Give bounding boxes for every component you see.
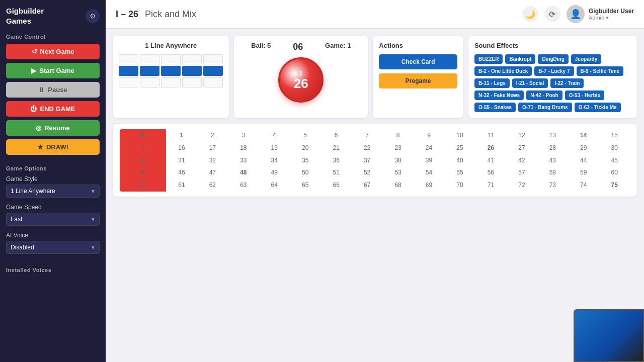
ball-number: 26 bbox=[294, 77, 308, 90]
bingo-cell bbox=[182, 54, 202, 64]
board-number: 22 bbox=[352, 142, 382, 154]
installed-voices-section: Installed Voices bbox=[6, 267, 100, 277]
bingo-cell bbox=[161, 66, 181, 76]
board-number: 18 bbox=[228, 142, 259, 154]
next-game-button[interactable]: ↺ Next Game bbox=[6, 44, 100, 59]
bingo-cell bbox=[203, 66, 223, 76]
circle-icon: ◎ bbox=[36, 124, 41, 132]
board-number: 58 bbox=[537, 166, 568, 179]
user-badge[interactable]: 👤 Gigbuilder User Admin ▾ bbox=[567, 5, 634, 23]
sound-effect-button[interactable]: Bankrupt bbox=[505, 54, 535, 64]
line-anywhere-title: 1 Line Anywhere bbox=[119, 42, 223, 49]
game-style-select[interactable]: 1 Line Anywhere bbox=[6, 185, 100, 198]
board-number: 5 bbox=[290, 129, 320, 142]
webcam-video bbox=[575, 310, 643, 361]
sound-effect-button[interactable]: B-2 - One Little Duck bbox=[474, 66, 532, 76]
line-anywhere-panel: 1 Line Anywhere bbox=[113, 36, 229, 118]
board-number: 15 bbox=[599, 129, 630, 142]
sound-effect-button[interactable]: B-11 - Legs bbox=[474, 78, 510, 88]
board-number: 72 bbox=[506, 179, 537, 192]
sound-effect-button[interactable]: BUZZER bbox=[474, 54, 503, 64]
bingo-cell bbox=[161, 54, 181, 64]
ai-voice-select[interactable]: Disabled bbox=[6, 241, 100, 254]
board-number: 45 bbox=[599, 154, 630, 167]
board-number: 43 bbox=[537, 154, 568, 167]
user-info: Gigbuilder User Admin ▾ bbox=[589, 8, 634, 21]
ball-count: Ball: 5 bbox=[251, 42, 271, 52]
board-number: 49 bbox=[259, 166, 290, 179]
board-number: 73 bbox=[537, 179, 568, 192]
board-number: 9 bbox=[414, 129, 444, 142]
board-number: 38 bbox=[382, 154, 413, 167]
bingo-cell bbox=[119, 66, 138, 76]
bingo-cell bbox=[203, 77, 223, 87]
board-number: 25 bbox=[444, 142, 475, 154]
board-row: G464748495051525354555657585960 bbox=[120, 166, 630, 179]
pregame-button[interactable]: Pregame bbox=[379, 73, 457, 88]
board-number: 40 bbox=[444, 154, 475, 167]
pause-icon: ⏸ bbox=[38, 86, 45, 94]
sound-effect-button[interactable]: N-42 - Pooh bbox=[526, 90, 562, 100]
draw-button[interactable]: ★ DRAW! bbox=[6, 139, 100, 155]
sound-effect-button[interactable]: O-63 - Tickle Me bbox=[575, 103, 621, 112]
pause-button[interactable]: ⏸ Pause bbox=[6, 82, 100, 98]
user-name: Gigbuilder User bbox=[589, 8, 634, 15]
bingo-cell bbox=[140, 54, 159, 64]
installed-voices-label: Installed Voices bbox=[6, 267, 100, 273]
game-options-label: Game Options bbox=[6, 165, 100, 171]
sound-effect-button[interactable]: N-32 - Fake News bbox=[474, 90, 524, 100]
bingo-cell bbox=[182, 77, 202, 87]
board-number: 2 bbox=[197, 129, 228, 142]
board-number: 61 bbox=[166, 179, 197, 192]
board-number: 7 bbox=[352, 129, 382, 142]
bingo-ball: I 26 bbox=[278, 57, 324, 103]
sound-effect-button[interactable]: DingDing bbox=[538, 54, 568, 64]
board-number: 52 bbox=[352, 166, 382, 179]
board-row: O616263646566676869707172737475 bbox=[120, 179, 630, 192]
sound-effect-button[interactable]: O-53 - Herbie bbox=[565, 90, 604, 100]
board-number: 4 bbox=[259, 129, 290, 142]
game-speed-select-wrapper: Fast bbox=[6, 213, 100, 226]
end-game-button[interactable]: ⏻ END GAME bbox=[6, 101, 100, 117]
ball-info: Ball: 5 06 Game: 1 bbox=[240, 42, 362, 52]
avatar: 👤 bbox=[567, 5, 585, 23]
number-board: B123456789101112131415I16171819202122232… bbox=[113, 124, 637, 197]
sound-effect-button[interactable]: B-9 - Selfie Time bbox=[577, 66, 624, 76]
sound-effect-button[interactable]: I-21 - Social bbox=[512, 78, 548, 88]
sound-effects-title: Sound Effects bbox=[474, 42, 631, 49]
board-number: 36 bbox=[320, 154, 351, 167]
sound-effect-button[interactable]: O-71 - Bang Drums bbox=[518, 103, 572, 112]
sound-effect-button[interactable]: Jeopardy bbox=[571, 54, 601, 64]
panels-row: 1 Line Anywhere Ball: 5 06 Game: 1 I 26 … bbox=[113, 36, 637, 118]
board-number: 41 bbox=[475, 154, 506, 167]
sound-effect-button[interactable]: O-55 - Snakes bbox=[474, 103, 516, 112]
board-number: 32 bbox=[197, 154, 228, 167]
start-game-button[interactable]: ▶ Start Game bbox=[6, 63, 100, 78]
check-card-button[interactable]: Check Card bbox=[379, 54, 457, 69]
board-number: 64 bbox=[259, 179, 290, 192]
bingo-cell bbox=[119, 77, 138, 87]
bingo-cell bbox=[119, 54, 138, 64]
sound-effect-button[interactable]: I-22 - Train bbox=[550, 78, 584, 88]
board-number: 23 bbox=[382, 142, 413, 154]
board-number: 53 bbox=[382, 166, 413, 179]
bingo-letter-label: N bbox=[120, 154, 166, 167]
game-speed-select[interactable]: Fast bbox=[6, 213, 100, 226]
board-number: 68 bbox=[382, 179, 413, 192]
board-number: 33 bbox=[228, 154, 259, 167]
sidebar-logo: Gigbuilder Games bbox=[6, 6, 44, 26]
dark-mode-icon[interactable]: 🌙 bbox=[522, 6, 538, 22]
refresh-icon[interactable]: ⟳ bbox=[544, 6, 560, 22]
board-number: 31 bbox=[166, 154, 197, 167]
board-number: 11 bbox=[475, 129, 506, 142]
topbar: I – 26 Pick and Mix 🌙 ⟳ 👤 Gigbuilder Use… bbox=[106, 0, 644, 29]
board-number: 57 bbox=[506, 166, 537, 179]
gear-icon[interactable]: ⚙ bbox=[86, 9, 100, 23]
resume-button[interactable]: ◎ Resume bbox=[6, 120, 100, 136]
ai-voice-select-wrapper: Disabled bbox=[6, 241, 100, 254]
actions-title: Actions bbox=[379, 42, 457, 49]
sound-effect-button[interactable]: B-7 - Lucky 7 bbox=[534, 66, 574, 76]
board-number: 67 bbox=[352, 179, 382, 192]
refresh-icon: ↺ bbox=[32, 48, 37, 55]
bingo-cell bbox=[203, 54, 223, 64]
